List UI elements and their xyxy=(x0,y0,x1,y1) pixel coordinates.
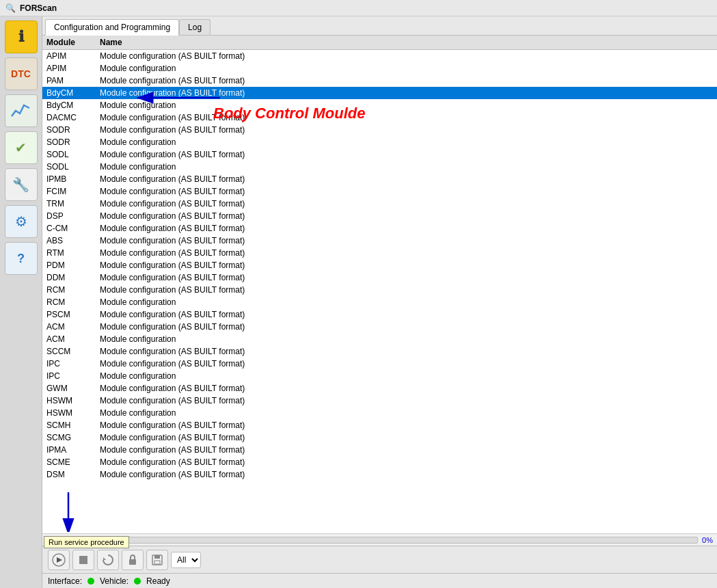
table-row[interactable]: PDMModule configuration (AS BUILT format… xyxy=(42,259,717,271)
graph-btn[interactable] xyxy=(5,94,38,127)
table-row[interactable]: APIMModule configuration (AS BUILT forma… xyxy=(42,50,717,62)
table-row[interactable]: HSWMModule configuration xyxy=(42,407,717,419)
table-header: Module Name xyxy=(42,36,717,50)
tab-log[interactable]: Log xyxy=(179,19,211,35)
table-row[interactable]: DDMModule configuration (AS BUILT format… xyxy=(42,271,717,284)
sidebar: ℹ DTC ✔ 🔧 ⚙ ? xyxy=(0,16,42,588)
lock-btn[interactable] xyxy=(122,550,144,570)
table-row[interactable]: SODLModule configuration xyxy=(42,161,717,173)
table-row[interactable]: ACMModule configuration (AS BUILT format… xyxy=(42,321,717,333)
filter-select[interactable]: All xyxy=(171,552,201,568)
table-row[interactable]: IPCModule configuration xyxy=(42,370,717,382)
table-row[interactable]: IPMBModule configuration (AS BUILT forma… xyxy=(42,173,717,185)
svg-rect-7 xyxy=(129,559,136,565)
svg-marker-6 xyxy=(103,557,106,560)
title-icon: 🔍 xyxy=(5,3,16,13)
tab-configuration[interactable]: Configuration and Programming xyxy=(45,19,179,36)
table-scroll[interactable]: APIMModule configuration (AS BUILT forma… xyxy=(42,50,717,533)
table-row[interactable]: DACMCModule configuration (AS BUILT form… xyxy=(42,111,717,124)
save-btn[interactable] xyxy=(146,550,168,570)
stop-btn[interactable] xyxy=(72,550,94,570)
table-row[interactable]: RTMModule configuration (AS BUILT format… xyxy=(42,247,717,259)
table-row[interactable]: FCIMModule configuration (AS BUILT forma… xyxy=(42,185,717,198)
interface-label: Interface: xyxy=(48,576,82,586)
table-row[interactable]: RCMModule configuration (AS BUILT format… xyxy=(42,284,717,296)
table-row[interactable]: ABSModule configuration (AS BUILT format… xyxy=(42,235,717,247)
dtc-btn[interactable]: DTC xyxy=(5,57,38,90)
table-row[interactable]: PSCMModule configuration (AS BUILT forma… xyxy=(42,308,717,321)
vehicle-indicator xyxy=(134,578,141,585)
plugin-btn[interactable]: ⚙ xyxy=(5,205,38,238)
title-bar: 🔍 FORScan xyxy=(0,0,717,16)
bottom-toolbar: Run service procedure xyxy=(42,546,717,573)
progress-bar xyxy=(46,537,698,544)
progress-area: 0% xyxy=(42,533,717,546)
svg-rect-9 xyxy=(154,555,160,559)
svg-rect-10 xyxy=(154,561,160,564)
info-btn[interactable]: ℹ xyxy=(5,21,38,53)
window-title: FORScan xyxy=(20,3,57,13)
tab-bar: Configuration and Programming Log xyxy=(42,16,717,36)
help-btn[interactable]: ? xyxy=(5,242,38,275)
table-row[interactable]: APIMModule configuration xyxy=(42,62,717,75)
ready-label: Ready xyxy=(146,576,170,586)
table-row[interactable]: SCCMModule configuration (AS BUILT forma… xyxy=(42,345,717,358)
table-row[interactable]: DSMModule configuration (AS BUILT format… xyxy=(42,468,717,481)
table-row[interactable]: HSWMModule configuration (AS BUILT forma… xyxy=(42,395,717,407)
table-row[interactable]: SCMHModule configuration (AS BUILT forma… xyxy=(42,419,717,431)
refresh-btn[interactable] xyxy=(97,550,119,570)
table-row[interactable]: PAMModule configuration (AS BUILT format… xyxy=(42,75,717,87)
table-row[interactable]: TRMModule configuration (AS BUILT format… xyxy=(42,198,717,210)
col-header-name: Name xyxy=(97,38,717,47)
table-row[interactable]: SODLModule configuration (AS BUILT forma… xyxy=(42,148,717,161)
table-row[interactable]: IPCModule configuration (AS BUILT format… xyxy=(42,358,717,370)
table-row[interactable]: BdyCMModule configuration xyxy=(42,99,717,111)
table-row[interactable]: SODRModule configuration xyxy=(42,136,717,148)
table-row[interactable]: SCMGModule configuration (AS BUILT forma… xyxy=(42,431,717,444)
config-btn[interactable]: 🔧 xyxy=(5,168,38,201)
svg-rect-5 xyxy=(79,556,87,564)
table-row[interactable]: GWMModule configuration (AS BUILT format… xyxy=(42,382,717,395)
table-row[interactable]: DSPModule configuration (AS BUILT format… xyxy=(42,210,717,222)
table-row[interactable]: ACMModule configuration xyxy=(42,333,717,345)
col-header-module: Module xyxy=(42,38,97,47)
table-row[interactable]: C-CMModule configuration (AS BUILT forma… xyxy=(42,222,717,235)
vehicle-label: Vehicle: xyxy=(100,576,128,586)
table-row[interactable]: SODRModule configuration (AS BUILT forma… xyxy=(42,124,717,136)
status-bar: Interface: Vehicle: Ready xyxy=(42,573,717,588)
service-btn[interactable]: ✔ xyxy=(5,131,38,164)
run-service-tooltip: Run service procedure xyxy=(44,536,129,548)
table-row-bodycm-asbuilt[interactable]: BdyCMModule configuration (AS BUILT form… xyxy=(42,87,717,99)
table-row[interactable]: SCMEModule configuration (AS BUILT forma… xyxy=(42,456,717,468)
progress-percent: 0% xyxy=(702,536,713,544)
table-row[interactable]: IPMAModule configuration (AS BUILT forma… xyxy=(42,444,717,456)
interface-indicator xyxy=(87,578,94,585)
table-row[interactable]: RCMModule configuration xyxy=(42,296,717,308)
run-service-btn[interactable] xyxy=(48,550,70,570)
